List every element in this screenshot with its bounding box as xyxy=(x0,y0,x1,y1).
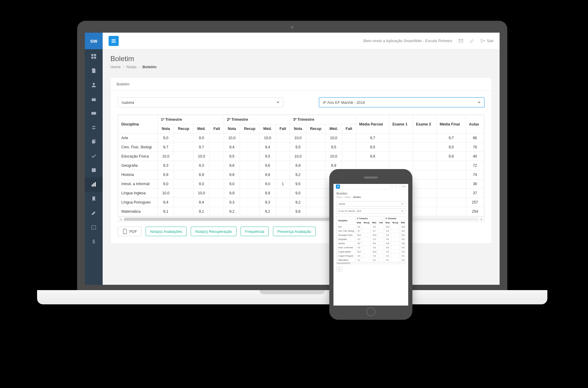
cell xyxy=(240,143,260,152)
edit-link[interactable] xyxy=(470,39,474,43)
nav-dashboard[interactable] xyxy=(85,49,103,63)
nav-user[interactable] xyxy=(85,78,103,92)
nav-book[interactable] xyxy=(85,163,103,177)
nav-card[interactable] xyxy=(85,106,103,120)
mail-icon[interactable] xyxy=(391,185,393,187)
phone-table-wrap: Disciplina 1º Trimestre 2º Trimestre Not… xyxy=(336,216,405,264)
phone-topbar-right: Sair xyxy=(391,185,406,187)
swap-icon xyxy=(91,125,96,130)
table-row: Matemática9,19,19,29,2 xyxy=(337,258,406,262)
cell: Geografia xyxy=(118,161,158,170)
phone-class-select[interactable]: 4º Ano EF Manhã - 2018 xyxy=(336,208,405,214)
cell xyxy=(174,133,193,143)
nav-finance[interactable]: $ xyxy=(85,234,103,249)
cell: 10,0 xyxy=(224,133,240,143)
table-row: Educação Física10,010,09,59,510,010,09,8… xyxy=(118,152,484,161)
svg-rect-1 xyxy=(94,54,96,56)
cell xyxy=(174,207,193,216)
table-row: Língua Portugues9,49,49,39,39,29,22257 xyxy=(118,198,484,207)
nav-edit[interactable] xyxy=(85,206,103,220)
toggle-sidebar-button[interactable] xyxy=(109,36,119,46)
cell xyxy=(306,161,325,170)
student-select[interactable]: Isabela xyxy=(118,97,283,107)
brand-badge[interactable]: SW xyxy=(85,33,103,49)
scroll-track[interactable] xyxy=(124,218,478,221)
cell: 9,2 xyxy=(290,170,306,179)
cell: 72 xyxy=(466,161,484,170)
cell: 8,9 xyxy=(290,161,306,170)
table-row: Introd. a Informát9,09,09,09,0 xyxy=(337,246,406,250)
copy-icon xyxy=(91,139,96,144)
cell xyxy=(413,179,437,189)
freq-button[interactable]: Frequência xyxy=(241,227,269,236)
phone-logout[interactable]: Sair xyxy=(400,185,406,187)
breadcrumb-home[interactable]: Home xyxy=(110,65,121,69)
phone-breadcrumb: Home/ Notas/ Boletim xyxy=(336,196,405,198)
phone-pdf-button[interactable] xyxy=(336,267,343,271)
table-row: Educação Física10,010,09,59,5 xyxy=(337,233,406,237)
cell: 9,5 xyxy=(259,152,276,161)
cell xyxy=(342,161,356,170)
cell xyxy=(306,198,325,207)
nav-docs[interactable] xyxy=(85,63,103,78)
mail-icon xyxy=(459,39,463,43)
panel-title: Boletim xyxy=(111,78,492,91)
nav-bookmark[interactable] xyxy=(85,192,103,206)
phone-hscroll[interactable] xyxy=(337,262,405,264)
main: Bem-vindo a Aplicação SmartWeb - Escola … xyxy=(103,33,500,285)
svg-text:$: $ xyxy=(93,239,95,244)
aval-button[interactable]: Nota(s) Avaliações xyxy=(146,227,187,236)
pencil-icon[interactable] xyxy=(395,185,398,187)
recup-button[interactable]: Nota(s) Recuperação xyxy=(191,227,236,236)
cell: 9,7 xyxy=(193,143,210,152)
laptop-device: SW $ xyxy=(77,21,507,304)
nav-copy[interactable] xyxy=(85,135,103,149)
bar-chart-icon xyxy=(91,182,96,187)
phone-toggle-sidebar[interactable] xyxy=(336,185,340,189)
scroll-left-icon[interactable]: ‹ xyxy=(118,217,124,222)
cell: 9,1 xyxy=(193,207,210,216)
cell xyxy=(436,170,466,179)
nav-check[interactable] xyxy=(85,149,103,163)
cell xyxy=(389,152,413,161)
sidebar: SW $ xyxy=(85,33,103,285)
breadcrumb-notas[interactable]: Notas xyxy=(126,65,136,69)
phone-home-button[interactable] xyxy=(366,307,375,316)
cell: 8,9 xyxy=(158,170,174,179)
cell: 9,5 xyxy=(436,143,466,152)
table-row: Língua Portugues9,49,49,39,3 xyxy=(337,254,406,258)
cell: 9,6 xyxy=(290,207,306,216)
nav-schedule[interactable] xyxy=(85,220,103,234)
pdf-button[interactable]: PDF xyxy=(118,227,142,236)
horizontal-scrollbar[interactable]: ‹ › xyxy=(118,216,484,222)
phone-student-select[interactable]: Isabela xyxy=(336,201,405,206)
nav-reports[interactable] xyxy=(85,177,103,192)
cell: Introd. a Informát xyxy=(118,179,158,189)
scroll-thumb[interactable] xyxy=(124,218,330,221)
cell: 10,0 xyxy=(193,152,210,161)
nav-swap[interactable] xyxy=(85,120,103,135)
phone-speaker xyxy=(364,176,378,179)
cell: 9,5 xyxy=(290,179,306,189)
scroll-thumb[interactable] xyxy=(337,263,350,264)
cell: 8,9 xyxy=(325,161,342,170)
breadcrumb-sep: / xyxy=(139,65,140,69)
camera-dot xyxy=(291,26,293,28)
pres-button[interactable]: Presença Avaliação xyxy=(273,227,316,236)
nav-calendar[interactable] xyxy=(85,92,103,106)
mail-link[interactable] xyxy=(459,39,463,43)
cell xyxy=(306,143,325,152)
cell xyxy=(174,161,193,170)
logout-link[interactable]: Sair xyxy=(481,39,494,43)
col-media-parcial: Média Parcial xyxy=(356,115,389,133)
col-aulas: Aulas xyxy=(466,115,484,133)
phone-body: Sair Boletim Home/ Notas/ Boletim Isabel… xyxy=(329,169,412,320)
cell: 10,0 xyxy=(290,152,306,161)
cell xyxy=(436,198,466,207)
class-select[interactable]: 4º Ano EF Manhã - 2018 xyxy=(319,97,484,107)
cell: 9,3 xyxy=(259,198,276,207)
col-t2: 2º Trimestre xyxy=(224,115,290,124)
cell: 10,0 xyxy=(259,133,276,143)
app-root: SW $ xyxy=(85,33,500,285)
scroll-right-icon[interactable]: › xyxy=(478,217,484,222)
